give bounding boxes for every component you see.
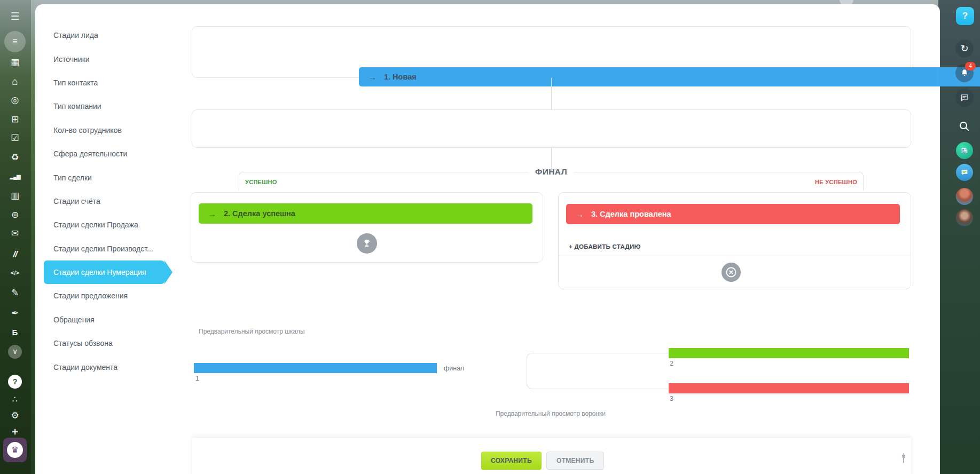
planner-icon[interactable]: ▦ — [0, 57, 30, 68]
menu-item[interactable]: Стадии сделки Производст... — [44, 237, 164, 260]
pin-icon[interactable] — [900, 453, 907, 465]
history-icon[interactable]: ↻ — [955, 40, 974, 58]
reports-icon[interactable]: ▂▄▆ — [0, 171, 30, 183]
menu-icon[interactable]: ☰ — [0, 11, 30, 22]
menu-item[interactable]: Обращения — [44, 308, 164, 331]
menu-item[interactable]: Стадии лида — [44, 23, 164, 47]
arrow-icon: → — [208, 209, 216, 218]
shop-icon[interactable]: ⊞ — [0, 114, 30, 125]
menu-item[interactable]: Тип компании — [44, 94, 164, 118]
documents-icon[interactable]: ✎ — [0, 287, 30, 299]
menu-item[interactable]: Стадии сделки Нумерация — [44, 260, 164, 284]
search-icon[interactable] — [958, 120, 971, 135]
funnel-preview-title: Предварительный просмотр воронки — [462, 410, 639, 417]
card-divider — [559, 256, 911, 256]
filter-icon[interactable]: ≡ — [4, 31, 26, 52]
marketing-icon[interactable]: // — [0, 249, 30, 260]
fail-label: НЕ УСПЕШНО — [815, 179, 857, 185]
news-icon[interactable] — [956, 142, 973, 159]
contacts-icon[interactable]: ▥ — [0, 190, 30, 202]
user-avatar[interactable] — [956, 188, 973, 205]
menu-item[interactable]: Стадии сделки Продажа — [44, 213, 164, 236]
right-toolbar: ? ↻ 4 — [938, 0, 980, 474]
crm-statuses-settings-panel: Стадии лида Источники Тип контакта Тип к… — [35, 4, 940, 474]
crm-icon[interactable]: ◎ — [0, 94, 30, 106]
scale-preview-final-label: финал — [444, 365, 464, 372]
menu-item[interactable]: Источники — [44, 47, 164, 70]
final-success-corner: УСПЕШНО — [239, 172, 529, 191]
funnel-brace-connector — [527, 353, 668, 389]
stage-bar-fail[interactable]: → 3. Сделка провалена — [566, 204, 900, 224]
add-icon[interactable]: + — [0, 426, 30, 438]
menu-item[interactable]: Стадии документа — [44, 355, 164, 378]
fail-cross-icon — [722, 263, 741, 282]
menu-item[interactable]: Сфера деятельности — [44, 142, 164, 165]
final-fail-corner: НЕ УСПЕШНО — [574, 172, 864, 191]
arrow-icon: → — [369, 73, 377, 82]
add-stage-card: + ДОБАВИТЬ СТАДИЮ — [192, 109, 911, 148]
user-avatar[interactable] — [956, 209, 973, 226]
processes-icon[interactable]: ♻ — [0, 152, 30, 163]
left-toolbar: ☰ ≡ ▦ ⌂ ◎ ⊞ ☑ ♻ ▂▄▆ ▥ ⊚ ✉ // </> ✎ ✒ Б ∨… — [0, 0, 31, 474]
menu-item[interactable]: Тип сделки — [44, 165, 164, 189]
stage-label: 2. Сделка успешна — [224, 209, 295, 218]
help-button[interactable]: ? — [956, 7, 974, 25]
save-button[interactable]: СОХРАНИТЬ — [481, 452, 542, 470]
scale-preview-title: Предварительный просмотр шкалы — [199, 328, 305, 335]
notification-badge: 4 — [965, 62, 976, 70]
menu-item[interactable]: Тип контакта — [44, 71, 164, 94]
structure-icon[interactable]: ∴ — [0, 394, 30, 406]
arrow-icon: → — [576, 210, 584, 219]
final-divider: УСПЕШНО ФИНАЛ НЕ УСПЕШНО — [239, 172, 864, 191]
menu-item[interactable]: Статусы обзвона — [44, 331, 164, 355]
menu-item[interactable]: Кол-во сотрудников — [44, 118, 164, 142]
success-label: УСПЕШНО — [245, 179, 277, 185]
stage-label: 3. Сделка провалена — [591, 210, 671, 218]
scale-preview-index: 1 — [195, 375, 199, 382]
funnel-preview-index: 3 — [670, 395, 673, 402]
messenger-icon[interactable] — [956, 164, 973, 181]
tasks-icon[interactable]: ☑ — [0, 132, 30, 144]
scale-preview-bar-new — [194, 363, 437, 373]
apps-icon[interactable]: ⊚ — [0, 209, 30, 221]
cancel-button[interactable]: ОТМЕНИТЬ — [546, 452, 604, 470]
settings-icon[interactable]: ⚙ — [0, 410, 30, 422]
mail-icon[interactable]: ✉ — [0, 228, 30, 240]
chat-lines-icon — [960, 93, 969, 102]
developer-icon[interactable]: </> — [0, 267, 30, 279]
funnel-preview-bar-success — [669, 348, 909, 358]
upgrade-crown-icon[interactable]: ♛ — [3, 438, 27, 462]
collapse-icon[interactable]: ∨ — [8, 345, 22, 359]
final-title: ФИНАЛ — [529, 167, 574, 177]
menu-item[interactable]: Стадии счёта — [44, 189, 164, 213]
stage-bar-new[interactable]: → 1. Новая — [359, 67, 980, 86]
funnel-preview-bar-fail — [669, 383, 909, 393]
statuses-menu: Стадии лида Источники Тип контакта Тип к… — [44, 23, 173, 379]
sign-icon[interactable]: ✒ — [0, 307, 30, 319]
help-circle-icon[interactable]: ? — [8, 375, 22, 389]
stage-card-new: → 1. Новая — [192, 26, 911, 78]
funnel-preview-index: 2 — [670, 360, 673, 367]
notifications-bell-icon[interactable]: 4 — [955, 64, 974, 82]
footer-action-bar: СОХРАНИТЬ ОТМЕНИТЬ — [192, 438, 911, 474]
add-stage-button[interactable]: + ДОБАВИТЬ СТАДИЮ — [569, 243, 641, 250]
home-icon[interactable]: ⌂ — [0, 76, 30, 88]
connector-line — [551, 78, 552, 109]
menu-item[interactable]: Стадии предложения — [44, 284, 164, 307]
bitrix-b-icon[interactable]: Б — [0, 327, 30, 338]
stage-bar-success[interactable]: → 2. Сделка успешна — [199, 203, 532, 224]
trophy-icon — [357, 233, 377, 254]
feedback-chat-icon[interactable] — [955, 89, 974, 107]
stage-label: 1. Новая — [384, 73, 417, 81]
